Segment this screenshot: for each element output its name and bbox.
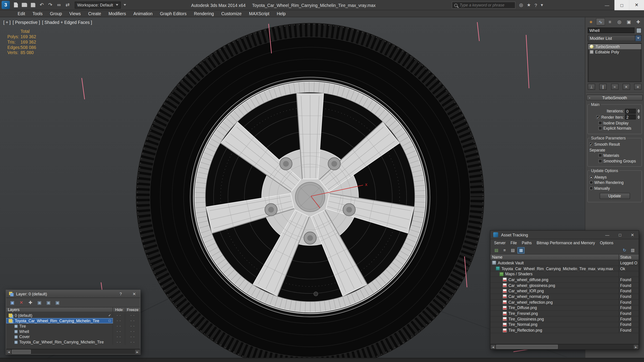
- close-button[interactable]: ✕: [629, 0, 644, 10]
- hide-toggle[interactable]: - -: [113, 329, 125, 334]
- unlink-selection-button[interactable]: ⇄: [64, 1, 72, 9]
- toolbar-icon[interactable]: ↻: [621, 247, 628, 253]
- smoothing-groups-checkbox[interactable]: [598, 159, 602, 163]
- menu-item[interactable]: Options: [598, 240, 616, 245]
- modifier-icon[interactable]: [590, 45, 594, 48]
- freeze-toggle[interactable]: - -: [125, 329, 140, 334]
- menu-item[interactable]: Views: [66, 11, 84, 16]
- rollout-header[interactable]: - TurboSmooth: [586, 95, 643, 100]
- scrollbar-thumb[interactable]: [12, 350, 31, 354]
- track-bar[interactable]: [0, 358, 644, 362]
- info-icon[interactable]: ◎: [519, 2, 523, 8]
- horizontal-scrollbar[interactable]: ◄ ►: [490, 344, 639, 349]
- command-panel-tab[interactable]: ∗: [586, 18, 596, 25]
- layer-row[interactable]: Tire - - - -: [6, 323, 140, 329]
- command-panel-tab[interactable]: ▣: [624, 18, 633, 25]
- render-iters-value[interactable]: 2: [625, 114, 636, 119]
- info-icon[interactable]: ?: [534, 3, 537, 7]
- menu-item[interactable]: Server: [492, 240, 508, 245]
- freeze-toggle[interactable]: - -: [125, 313, 140, 318]
- current-layer-mark[interactable]: □: [107, 319, 113, 323]
- asset-row[interactable]: Car_wheel_IOR.png Found: [490, 288, 639, 294]
- manually-radio[interactable]: [590, 186, 593, 190]
- asset-row[interactable]: Tire_Normal.png Found: [490, 322, 639, 328]
- asset-row[interactable]: Maps / Shaders: [490, 272, 639, 277]
- toolbar-overflow-button[interactable]: [121, 1, 128, 9]
- asset-row[interactable]: Tire_Reflection.png Found: [490, 328, 639, 333]
- layer-tool-icon[interactable]: ✕: [18, 299, 25, 306]
- toolbar-icon[interactable]: ▤: [493, 247, 500, 253]
- menu-item[interactable]: Tools: [29, 11, 46, 16]
- layer-row[interactable]: Whell - - - -: [6, 329, 140, 334]
- freeze-toggle[interactable]: - -: [125, 340, 140, 345]
- iterations-spinner[interactable]: [638, 109, 640, 113]
- asset-row[interactable]: Autodesk Vault Logged O: [490, 260, 639, 266]
- materials-checkbox[interactable]: [598, 153, 602, 157]
- app-logo-icon[interactable]: 3: [2, 1, 10, 9]
- menu-item[interactable]: MAXScript: [245, 11, 273, 16]
- layer-dialog-titlebar[interactable]: Layer: 0 (default) ? ✕: [6, 290, 140, 298]
- asset-row[interactable]: Car_wheel_normal.png Found: [490, 294, 639, 300]
- stack-tool-button[interactable]: ≈: [611, 84, 618, 90]
- open-file-button[interactable]: [20, 1, 28, 9]
- menu-item[interactable]: Group: [46, 11, 66, 16]
- menu-item[interactable]: Edit: [14, 11, 28, 16]
- minimize-button[interactable]: —: [605, 233, 609, 237]
- wheel-rim-mesh[interactable]: [190, 77, 430, 317]
- stack-tool-button[interactable]: ⊥: [588, 84, 595, 90]
- maximize-button[interactable]: □: [619, 233, 621, 237]
- hide-toggle[interactable]: - -: [113, 334, 125, 340]
- object-color-swatch[interactable]: [636, 28, 642, 33]
- smooth-result-checkbox[interactable]: ✓: [590, 142, 593, 146]
- menu-item[interactable]: Rendering: [190, 11, 218, 16]
- scroll-left-arrow[interactable]: ◄: [6, 349, 12, 354]
- layer-tool-icon[interactable]: ▣: [45, 299, 52, 306]
- menu-item[interactable]: Help: [273, 11, 289, 16]
- viewport-general-menu[interactable]: [ + ]: [3, 20, 11, 24]
- viewport-shading-menu[interactable]: [ Shaded + Edged Faces ]: [42, 20, 92, 24]
- render-iters-spinner[interactable]: [638, 115, 640, 119]
- update-button[interactable]: Update: [600, 193, 630, 199]
- toolbar-icon[interactable]: ▥: [629, 247, 636, 253]
- explicit-normals-checkbox[interactable]: [598, 126, 602, 130]
- help-button[interactable]: ?: [120, 292, 122, 296]
- workspace-selector[interactable]: Workspace: Default: [75, 1, 121, 8]
- layer-row[interactable]: Toyota_Car_Wheel_Rim_Carrying_Michelin_T…: [6, 318, 140, 323]
- hide-column-header[interactable]: Hide: [113, 308, 125, 312]
- modifier-stack-item[interactable]: Editable Poly: [588, 49, 641, 54]
- scrollbar-thumb[interactable]: [496, 345, 558, 349]
- menu-item[interactable]: Customize: [218, 11, 245, 16]
- iterations-value[interactable]: 0: [625, 109, 636, 113]
- freeze-toggle[interactable]: - -: [125, 318, 140, 323]
- stack-tool-button[interactable]: ∥: [599, 84, 607, 90]
- toolbar-icon[interactable]: ▦: [518, 247, 524, 253]
- toolbar-icon[interactable]: ▤: [510, 247, 516, 253]
- layer-tool-icon[interactable]: ▣: [54, 299, 61, 306]
- asset-tracking-titlebar[interactable]: Asset Tracking — □ ✕: [490, 231, 639, 239]
- layer-row[interactable]: Toyota_Car_Wheel_Rim_Carrying_Michelin_T…: [6, 340, 140, 345]
- menu-item[interactable]: Create: [84, 11, 105, 16]
- menu-item[interactable]: Modifiers: [105, 11, 130, 16]
- freeze-column-header[interactable]: Freeze: [125, 308, 140, 312]
- when-rendering-radio[interactable]: [590, 181, 593, 184]
- asset-row[interactable]: Car_wheel_reflection.png Found: [490, 300, 639, 305]
- hide-toggle[interactable]: - -: [113, 323, 125, 329]
- name-column-header[interactable]: Name: [490, 255, 619, 260]
- asset-row[interactable]: Car_wheel_diffuse.png Found: [490, 277, 639, 283]
- hide-toggle[interactable]: - -: [113, 313, 125, 318]
- modifier-list-dropdown[interactable]: Modifier List: [588, 35, 642, 41]
- always-radio[interactable]: ●: [590, 175, 593, 179]
- isoline-display-checkbox[interactable]: [598, 121, 602, 125]
- asset-row[interactable]: Tire_Diffuse.png Found: [490, 305, 639, 311]
- menu-item[interactable]: Paths: [519, 240, 534, 245]
- asset-row[interactable]: Car_wheel_glossiness.png Found: [490, 283, 639, 288]
- render-iters-checkbox[interactable]: ✓: [596, 115, 600, 119]
- new-scene-button[interactable]: [12, 1, 20, 9]
- scrollbar-track[interactable]: [496, 344, 633, 349]
- modifier-stack-item[interactable]: TurboSmooth: [588, 44, 641, 49]
- infocenter-search[interactable]: [452, 1, 516, 8]
- asset-row[interactable]: Tire_Fresnel.png Found: [490, 311, 639, 317]
- close-button[interactable]: ✕: [630, 233, 634, 237]
- modifier-icon[interactable]: [590, 50, 594, 54]
- info-icon[interactable]: ▾: [541, 2, 543, 8]
